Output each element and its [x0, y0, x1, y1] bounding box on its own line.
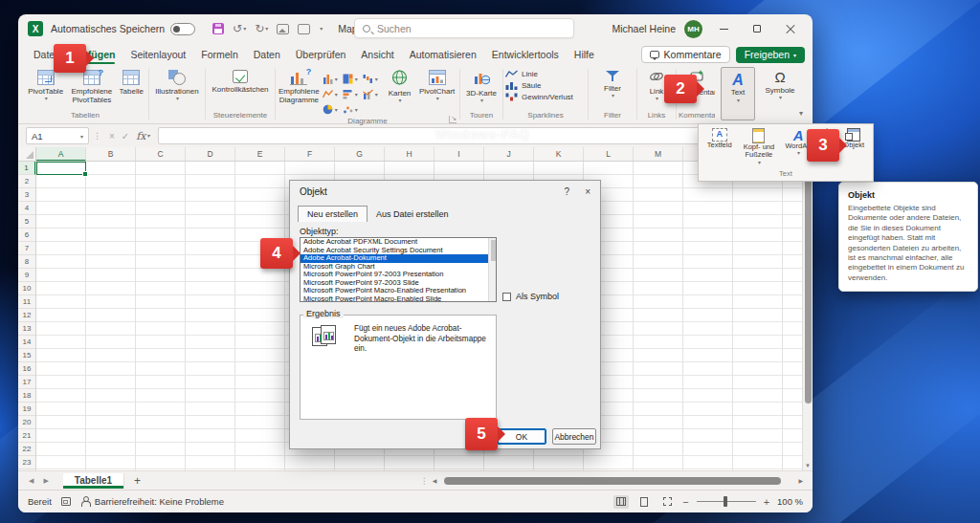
row-header-4[interactable]: 4: [18, 202, 35, 215]
horizontal-scrollbar[interactable]: ⋮ ◀ ▶: [420, 476, 807, 486]
macro-record-icon[interactable]: [61, 497, 71, 506]
minimize-button[interactable]: [711, 18, 736, 39]
dialog-help-button[interactable]: ?: [565, 186, 570, 197]
row-header-2[interactable]: 2: [18, 175, 35, 188]
collapse-ribbon-icon[interactable]: ▾: [799, 109, 803, 118]
insert-function-button[interactable]: fx: [136, 130, 149, 142]
tab-aus-datei-erstellen[interactable]: Aus Datei erstellen: [368, 207, 457, 222]
illustrations-button[interactable]: Illustrationen: [152, 69, 202, 103]
tab-seitenlayout[interactable]: Seitenlayout: [122, 45, 193, 65]
pie-chart-icon[interactable]: [323, 102, 343, 117]
tab-entwicklertools[interactable]: Entwicklertools: [484, 45, 567, 65]
save-icon[interactable]: [212, 23, 224, 34]
add-sheet-button[interactable]: +: [124, 474, 150, 488]
row-header-3[interactable]: 3: [18, 188, 35, 202]
vertical-scroll-thumb[interactable]: [805, 151, 812, 403]
table-button[interactable]: Tabelle: [117, 69, 147, 97]
column-header-F[interactable]: F: [285, 147, 335, 161]
redo-icon[interactable]: ↻: [255, 22, 268, 35]
scroll-right-icon[interactable]: ▶: [798, 477, 803, 484]
tab-daten[interactable]: Daten: [246, 45, 288, 65]
column-header-C[interactable]: C: [136, 147, 186, 161]
row-header-9[interactable]: 9: [18, 269, 35, 282]
tab-hilfe[interactable]: Hilfe: [567, 45, 602, 65]
bar-chart-icon[interactable]: [343, 87, 363, 101]
autosave-toggle[interactable]: [170, 23, 195, 35]
page-layout-view-button[interactable]: [636, 495, 652, 509]
scroll-down-icon[interactable]: ▼: [805, 463, 811, 469]
recommended-charts-button[interactable]: Empfohlene Diagramme: [278, 69, 321, 105]
row-header-11[interactable]: 11: [18, 295, 35, 309]
row-header-1[interactable]: 1: [18, 162, 35, 175]
3d-map-button[interactable]: 3D-Karte: [463, 69, 500, 105]
row-header-7[interactable]: 7: [18, 242, 35, 255]
undo-icon[interactable]: ↺: [233, 22, 246, 35]
sparkline-winloss-button[interactable]: Gewinn/Verlust: [505, 93, 586, 101]
pivottable-button[interactable]: PivotTable: [24, 69, 67, 103]
column-header-G[interactable]: G: [335, 147, 385, 161]
filter-button[interactable]: Filter: [591, 69, 634, 100]
row-header-13[interactable]: 13: [18, 322, 35, 336]
row-header-10[interactable]: 10: [18, 282, 35, 295]
row-header-6[interactable]: 6: [18, 229, 35, 242]
row-header-20[interactable]: 20: [18, 416, 35, 429]
object-type-list[interactable]: Adobe Acrobat PDFXML DocumentAdobe Acrob…: [300, 237, 497, 302]
zoom-level[interactable]: 100 %: [777, 496, 803, 507]
row-header-14[interactable]: 14: [18, 336, 35, 349]
page-break-view-button[interactable]: [659, 495, 675, 509]
as-icon-checkbox[interactable]: [502, 293, 511, 301]
row-header-5[interactable]: 5: [18, 215, 35, 229]
row-header-12[interactable]: 12: [18, 309, 35, 322]
pivotchart-button[interactable]: PivotChart: [416, 69, 457, 103]
header-footer-menu-item[interactable]: Kopf- und Fußzeile: [738, 128, 779, 165]
checkbox-control-button[interactable]: Kontrollkästchen: [209, 69, 272, 95]
diagramme-dialog-launcher-icon[interactable]: ↘: [449, 116, 457, 123]
share-button[interactable]: Freigeben: [736, 47, 805, 63]
zoom-in-button[interactable]: +: [764, 496, 769, 508]
row-header-16[interactable]: 16: [18, 362, 35, 376]
folder-icon[interactable]: [298, 24, 310, 34]
column-header-H[interactable]: H: [385, 147, 434, 161]
selected-cell-a1[interactable]: [36, 162, 86, 175]
row-header-18[interactable]: 18: [18, 389, 35, 403]
column-header-B[interactable]: B: [86, 147, 136, 161]
object-type-item[interactable]: Microsoft PowerPoint Macro-Enabled Slide: [301, 295, 496, 303]
dialog-close-button[interactable]: ×: [585, 186, 590, 197]
row-header-22[interactable]: 22: [18, 443, 35, 456]
sheet-tab-tabelle1[interactable]: Tabelle1: [63, 473, 124, 489]
row-header-17[interactable]: 17: [18, 376, 35, 389]
sparkline-line-button[interactable]: Linie: [505, 70, 586, 78]
tab-automatisieren[interactable]: Automatisieren: [402, 45, 484, 65]
sheet-next-icon[interactable]: ▶: [38, 477, 53, 485]
user-name[interactable]: Michael Heine: [612, 23, 676, 34]
customize-qat-icon[interactable]: [319, 22, 323, 35]
tab-ansicht[interactable]: Ansicht: [353, 45, 401, 65]
scatter-chart-icon[interactable]: [343, 102, 363, 117]
waterfall-chart-icon[interactable]: [363, 72, 383, 86]
avatar[interactable]: MH: [684, 20, 702, 38]
column-header-J[interactable]: J: [484, 147, 534, 161]
picture-icon[interactable]: [277, 24, 289, 34]
text-menu-button[interactable]: A Text: [721, 67, 755, 120]
tab-überprüfen[interactable]: Überprüfen: [288, 45, 354, 65]
column-chart-icon[interactable]: [323, 72, 343, 86]
combo-chart-icon[interactable]: [363, 87, 383, 101]
column-header-M[interactable]: M: [634, 147, 683, 161]
name-box[interactable]: A1 ▾: [26, 127, 89, 144]
maximize-button[interactable]: [745, 18, 769, 39]
column-header-I[interactable]: I: [434, 147, 484, 161]
row-header-19[interactable]: 19: [18, 403, 35, 416]
treemap-chart-icon[interactable]: [343, 72, 363, 86]
as-icon-option[interactable]: Als Symbol: [502, 292, 559, 301]
search-box[interactable]: Suchen: [354, 18, 574, 38]
tab-formeln[interactable]: Formeln: [193, 45, 246, 65]
column-header-K[interactable]: K: [534, 147, 584, 161]
row-header-23[interactable]: 23: [18, 456, 35, 469]
cancel-entry-icon[interactable]: ×: [109, 131, 115, 142]
comments-button[interactable]: Kommentare: [641, 46, 730, 63]
line-chart-icon[interactable]: [323, 87, 343, 101]
column-header-L[interactable]: L: [584, 147, 634, 161]
row-header-21[interactable]: 21: [18, 429, 35, 443]
horizontal-scroll-thumb[interactable]: [444, 477, 781, 485]
accessibility-status[interactable]: Barrierefreiheit: Keine Probleme: [80, 496, 224, 507]
